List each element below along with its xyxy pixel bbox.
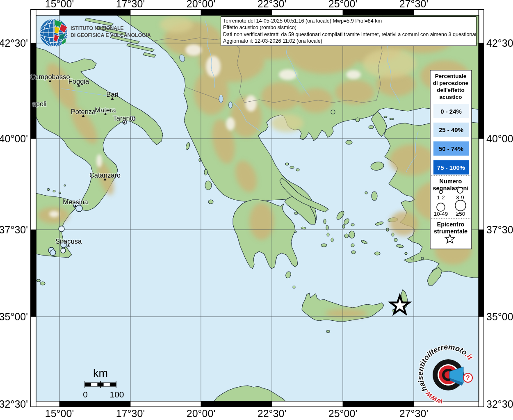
axis-label-top: 17°30' (116, 0, 145, 9)
axis-label-top: 15°00' (45, 0, 74, 9)
axis-label-left: 32°30' (0, 398, 28, 410)
svg-text:strumentale: strumentale (434, 228, 467, 235)
report-circle[interactable] (59, 226, 64, 232)
ingv-name-line2: DI GEOFISICA E VULCANOLOGIA (71, 32, 151, 38)
info-line-event: Terremoto del 14-05-2025 00:51:16 (ora l… (223, 18, 474, 24)
legend-count-circle (439, 190, 442, 194)
city-label: Siracusa (55, 237, 82, 245)
info-line-updated: Aggiornato il: 12-03-2026 11:02 (ora loc… (223, 38, 474, 44)
legend-panel: Percentuale di percezione dell'effetto a… (430, 70, 472, 249)
legend-percent-label: 0 - 24% (440, 108, 462, 115)
legend-percent-label: 50 - 74% (439, 145, 463, 152)
axis-label-bottom: 20°00' (187, 408, 215, 419)
legend-count-label: 3-9 (456, 194, 464, 201)
legend-count-circle (437, 203, 445, 211)
axis-label-left: 40°00' (0, 133, 28, 144)
legend-count-label: 1-2 (437, 194, 445, 201)
legend-count-label: ≥50 (456, 211, 465, 217)
axis-label-bottom: 17°30' (116, 408, 145, 419)
earthquake-info-box: Terremoto del 14-05-2025 00:51:16 (ora l… (221, 16, 477, 46)
axis-label-left: 42°30' (0, 37, 28, 49)
legend-percent-label: 75 - 100% (437, 164, 465, 171)
axis-label-bottom: 27°30' (399, 408, 428, 419)
haisentitoilterremoto-map-page: 15°00'15°00'17°30'17°30'20°00'20°00'22°3… (0, 0, 513, 420)
axis-label-bottom: 22°30' (258, 408, 286, 419)
city-label: Taranto (113, 114, 135, 122)
legend-count-circle (455, 200, 466, 211)
legend-count-title: Numero (440, 178, 462, 185)
axis-label-right: 37°30' (486, 224, 513, 235)
report-circle[interactable] (50, 250, 56, 256)
info-line-effect: Effetto acustico (rombo sismico) (223, 24, 474, 31)
legend-epicenter-title: Epicentro (437, 221, 465, 228)
svg-text:di percezione: di percezione (433, 80, 469, 86)
city-label: apoli (32, 100, 47, 107)
legend-count-label: 10-49 (434, 211, 448, 217)
scale-bar-unit: km (93, 367, 108, 379)
axis-label-right: 32°30' (486, 398, 513, 410)
report-circle[interactable] (76, 205, 82, 212)
question-mark: ? (466, 374, 470, 381)
city-label: Bari (106, 91, 118, 98)
ingv-globe-icon (40, 19, 68, 47)
axis-label-top: 22°30' (258, 0, 286, 9)
svg-text:dell'effetto: dell'effetto (437, 87, 465, 93)
axis-label-right: 40°00' (486, 133, 513, 144)
axis-label-left: 35°00' (0, 311, 28, 322)
map-figure: 15°00'15°00'17°30'17°30'20°00'20°00'22°3… (0, 0, 513, 420)
city-label: Potenza (71, 108, 96, 115)
city-label: Campobasso (30, 73, 70, 80)
axis-label-top: 20°00' (187, 0, 215, 9)
axis-label-bottom: 15°00' (45, 408, 74, 419)
axis-label-right: 42°30' (486, 37, 513, 49)
svg-text:acustico: acustico (440, 94, 462, 100)
info-line-data: Dati non verificati estratti da 59 quest… (223, 31, 474, 38)
report-circle[interactable] (61, 248, 66, 253)
city-label: Matera (95, 106, 116, 114)
legend-percent-title: Percentuale (435, 73, 467, 79)
axis-label-bottom: 25°00' (328, 408, 357, 419)
axis-label-top: 25°00' (328, 0, 357, 9)
scale-bar-start: 0 (83, 390, 88, 399)
city-label: Foggia (68, 78, 89, 85)
legend-percent-label: 25 - 49% (439, 126, 463, 133)
axis-label-top: 27°30' (399, 0, 428, 9)
city-label: Messina (63, 198, 88, 205)
axis-label-left: 37°30' (0, 224, 28, 235)
scale-bar-end: 100 (109, 390, 124, 399)
ingv-name-line1: ISTITUTO NAZIONALE (71, 25, 124, 31)
city-label: Catanzaro (89, 171, 121, 179)
axis-label-right: 35°00' (486, 311, 513, 322)
legend-count-circle (457, 187, 463, 193)
